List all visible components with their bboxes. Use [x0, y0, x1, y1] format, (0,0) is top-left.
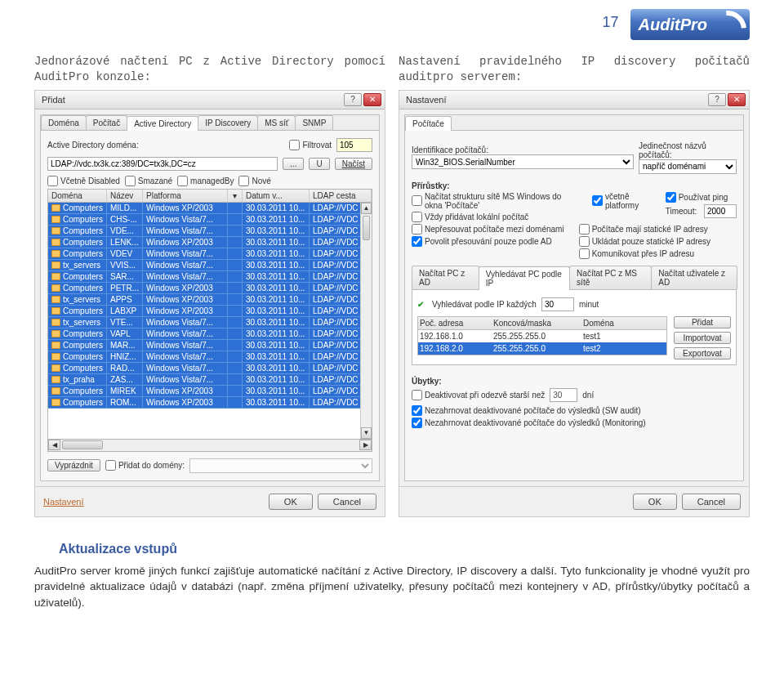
table-row[interactable]: ComputersMILD...Windows XP/200330.03.201… — [48, 203, 372, 214]
subtab-2[interactable]: Načítat PC z MS sítě — [569, 266, 652, 289]
searchip-interval[interactable] — [541, 297, 574, 311]
scroll-up-icon[interactable]: ▲ — [361, 203, 372, 214]
close-button[interactable]: ✕ — [728, 93, 746, 106]
table-row[interactable]: ComputersVDEVWindows Vista/7...30.03.201… — [48, 248, 372, 260]
cancel-button[interactable]: Cancel — [318, 494, 376, 510]
table-row[interactable]: ComputersCHS-...Windows Vista/7...30.03.… — [48, 214, 372, 226]
col-domain[interactable]: Doména — [48, 190, 107, 202]
chk-noswap[interactable] — [412, 224, 422, 235]
range-row[interactable]: 192.168.1.0255.255.255.0test1 — [418, 330, 666, 342]
left-tab-2[interactable]: Active Directory — [127, 116, 198, 131]
left-tab-0[interactable]: Doména — [41, 115, 87, 130]
heading-left: Jednorázové načtení PC z Active Director… — [34, 54, 385, 85]
range-grid[interactable]: 192.168.1.0255.255.255.0test1192.168.2.0… — [417, 330, 667, 355]
table-row[interactable]: ComputersVAPLWindows Vista/7...30.03.201… — [48, 328, 372, 340]
chk-deact[interactable] — [412, 390, 422, 400]
help-button[interactable]: ? — [708, 93, 726, 106]
chk-savestatic[interactable] — [579, 236, 590, 247]
subtab-3[interactable]: Načítat uživatele z AD — [651, 266, 737, 289]
horizontal-scrollbar[interactable]: ◀ ▶ — [47, 440, 372, 452]
right-tab-0[interactable]: Počítače — [405, 116, 452, 131]
left-titlebar: Přidat ? ✕ — [35, 91, 385, 109]
scroll-down-icon[interactable]: ▼ — [361, 427, 372, 439]
brand-text: AuditPro — [639, 16, 707, 34]
left-tab-1[interactable]: Počítač — [86, 115, 127, 130]
table-row[interactable]: tx_serversVVIS...Windows Vista/7...30.03… — [48, 260, 372, 271]
range-export-button[interactable]: Exportovat — [674, 347, 731, 360]
subtab-0[interactable]: Načítat PC z AD — [412, 266, 479, 289]
cancel-button[interactable]: Cancel — [682, 494, 741, 510]
col-ldap[interactable]: LDAP cesta — [310, 190, 372, 202]
table-row[interactable]: ComputersMAR...Windows Vista/7...30.03.2… — [48, 340, 372, 351]
help-button[interactable]: ? — [344, 93, 362, 106]
chk-staticip[interactable] — [579, 224, 590, 235]
chk-local[interactable] — [412, 212, 422, 222]
range-col-mask[interactable]: Koncová/maska — [493, 319, 583, 328]
chk-nez-sw[interactable] — [412, 405, 422, 416]
left-grid-body[interactable]: ComputersMILD...Windows XP/200330.03.201… — [47, 203, 372, 440]
col-dropdown[interactable]: ▾ — [228, 190, 243, 202]
browse-button[interactable]: ... — [283, 158, 304, 170]
table-row[interactable]: ComputersRAD...Windows Vista/7...30.03.2… — [48, 363, 372, 374]
minut-label: minut — [579, 300, 599, 309]
range-row[interactable]: 192.168.2.0255.255.255.0test2 — [418, 342, 666, 355]
empty-button[interactable]: Vyprázdnit — [47, 459, 100, 471]
filter-checkbox[interactable] — [289, 140, 300, 150]
unique-label: Jedinečnost názvů počítačů: — [639, 141, 737, 159]
table-row[interactable]: tx_serversVTE...Windows Vista/7...30.03.… — [48, 317, 372, 328]
page-number: 17 — [603, 14, 619, 31]
table-row[interactable]: ComputersLABXPWindows XP/200330.03.2011 … — [48, 306, 372, 317]
right-window-title: Nastavení — [406, 95, 447, 105]
range-add-button[interactable]: Přidat — [674, 316, 731, 328]
identify-select[interactable]: Win32_BIOS.SerialNumber — [412, 154, 634, 169]
left-grid-header: Doména Název Platforma ▾ Datum v... LDAP… — [47, 189, 372, 203]
chk-ping[interactable] — [666, 192, 676, 203]
subtab-1[interactable]: Vyhledávat PC podle IP — [479, 266, 570, 290]
chk-nez-mon[interactable] — [412, 418, 422, 428]
col-date[interactable]: Datum v... — [243, 190, 310, 202]
table-row[interactable]: ComputersVDE...Windows Vista/7...30.03.2… — [48, 226, 372, 237]
right-tabs: Počítače — [405, 115, 743, 131]
scroll-thumb-h[interactable] — [62, 440, 103, 449]
range-import-button[interactable]: Importovat — [674, 332, 731, 344]
scroll-left-icon[interactable]: ◀ — [48, 440, 60, 450]
ad-domain-input[interactable] — [47, 157, 278, 171]
close-button[interactable]: ✕ — [363, 93, 381, 106]
chk-platforms[interactable] — [592, 195, 603, 206]
settings-link[interactable]: Nastavení — [43, 497, 84, 507]
unique-select[interactable]: napříč doménami — [639, 159, 737, 174]
table-row[interactable]: ComputersLENK...Windows XP/200330.03.201… — [48, 237, 372, 248]
ok-button[interactable]: OK — [269, 494, 313, 510]
chk-add-to-domain[interactable] — [105, 460, 116, 471]
table-row[interactable]: ComputersHNIZ...Windows Vista/7...30.03.… — [48, 351, 372, 363]
table-row[interactable]: ComputersROM...Windows XP/200330.03.2011… — [48, 397, 372, 409]
range-col-domain[interactable]: Doména — [583, 319, 665, 328]
left-tab-3[interactable]: IP Discovery — [198, 115, 258, 130]
ok-button[interactable]: OK — [633, 494, 677, 510]
col-name[interactable]: Název — [107, 190, 143, 202]
article-body: AuditPro server kromě jiných funkcí zaji… — [34, 563, 750, 611]
chk-managedby[interactable] — [177, 176, 188, 186]
scroll-right-icon[interactable]: ▶ — [359, 440, 372, 450]
col-platform[interactable]: Platforma — [143, 190, 228, 202]
article-title: Aktualizace vstupů — [59, 542, 750, 556]
table-row[interactable]: ComputersPETR...Windows XP/200330.03.201… — [48, 283, 372, 294]
left-tab-5[interactable]: SNMP — [295, 115, 333, 130]
chk-struct[interactable] — [412, 195, 422, 206]
scroll-thumb[interactable] — [363, 216, 370, 240]
chk-nove[interactable] — [238, 176, 249, 186]
table-row[interactable]: ComputersSAR...Windows Vista/7...30.03.2… — [48, 271, 372, 283]
chk-allowmove[interactable] — [412, 236, 422, 247]
u-button[interactable]: U — [309, 158, 329, 170]
table-row[interactable]: tx_serversAPPSWindows XP/200330.03.2011 … — [48, 294, 372, 306]
table-row[interactable]: tx_prahaZAS...Windows Vista/7...30.03.20… — [48, 374, 372, 386]
chk-deleted[interactable] — [125, 176, 136, 186]
chk-disabled[interactable] — [47, 176, 58, 186]
chk-commip[interactable] — [579, 248, 590, 259]
range-col-start[interactable]: Poč. adresa — [420, 319, 493, 328]
timeout-input[interactable] — [704, 204, 737, 218]
left-tab-4[interactable]: MS síť — [257, 115, 296, 130]
table-row[interactable]: ComputersMIREKWindows XP/200330.03.2011 … — [48, 386, 372, 397]
vertical-scrollbar[interactable]: ▲ ▼ — [360, 203, 372, 439]
load-button[interactable]: Načíst — [335, 158, 372, 170]
